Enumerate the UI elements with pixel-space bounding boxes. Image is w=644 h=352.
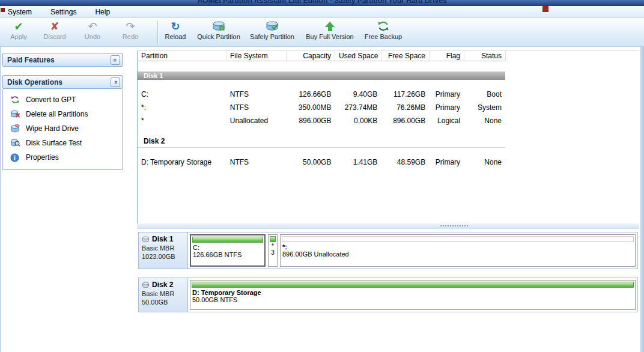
partition-info: 896.00GB Unallocated (281, 250, 635, 258)
disk2-info-box[interactable]: Disk 2 Basic MBR 50.00GB (139, 278, 188, 312)
safely-partition-label: Safely Partition (250, 33, 294, 40)
column-header-status[interactable]: Status (464, 51, 506, 61)
table-cell: Logical (429, 117, 464, 125)
redo-button[interactable]: ↷ Redo (115, 20, 145, 45)
table-cell: Boot (464, 90, 505, 99)
menu-system[interactable]: System (2, 7, 37, 17)
apply-check-icon: ✔ (14, 21, 23, 32)
panel-splitter[interactable] (137, 223, 639, 229)
disk-operations-panel: Disk Operations » Convert to GPT (2, 75, 123, 170)
partition-block-system[interactable]: * 3 (268, 234, 278, 267)
free-backup-label: Free Backup (365, 33, 402, 40)
usage-bar (192, 237, 263, 243)
usage-bar (270, 236, 276, 242)
paid-features-title: Paid Features (7, 56, 55, 64)
column-header-file-system[interactable]: File System (226, 51, 287, 61)
table-cell: 48.59GB (381, 158, 429, 166)
undo-button[interactable]: ↶ Undo (77, 20, 108, 45)
table-cell: NTFS (226, 90, 287, 99)
menu-settings[interactable]: Settings (45, 7, 82, 17)
table-cell: 896.00GB (287, 117, 335, 125)
free-backup-sync-icon (377, 21, 389, 31)
table-cell: 76.26MB (381, 103, 429, 112)
chevron-double-up-icon: » (112, 80, 119, 83)
partition-block-unallocated[interactable]: *: 896.00GB Unallocated (280, 234, 636, 267)
table-row[interactable]: * Unallocated 896.00GB 0.00KB 896.00GB L… (138, 114, 505, 127)
table-cell: NTFS (226, 103, 287, 112)
partition-label: D: Temporary Storage (190, 288, 635, 296)
redo-arrow-icon: ↷ (126, 21, 135, 32)
sidebar: Paid Features » Disk Operations » (1, 47, 137, 352)
table-cell: 50.00GB (287, 158, 335, 166)
discard-x-icon: ✘ (50, 21, 59, 32)
partition-label: *: (281, 243, 635, 250)
disk1-size: 1023.00GB (142, 253, 184, 260)
apply-label: Apply (10, 33, 27, 40)
disk-operations-header[interactable]: Disk Operations » (2, 75, 123, 89)
discard-button[interactable]: ✘ Discard (37, 20, 72, 45)
table-row[interactable]: *: NTFS 350.00MB 273.74MB 76.26MB Primar… (138, 101, 505, 114)
wipe-drive-icon (10, 124, 21, 133)
reload-icon: ↻ (171, 21, 180, 32)
reload-button[interactable]: ↻ Reload (161, 20, 190, 45)
disk1-info-box[interactable]: Disk 1 Basic MBR 1023.00GB (139, 232, 188, 269)
expand-panel-button[interactable]: » (111, 55, 120, 65)
partition-block-d[interactable]: D: Temporary Storage 50.00GB NTFS (190, 280, 636, 310)
redo-label: Redo (123, 33, 138, 40)
partition-label: * (269, 243, 277, 249)
safely-partition-button[interactable]: Safely Partition (246, 20, 298, 45)
table-cell: 350.00MB (287, 103, 335, 112)
column-header-free-space[interactable]: Free Space (381, 51, 430, 61)
table-cell: Unallocated (226, 117, 287, 125)
column-header-capacity[interactable]: Capacity (287, 51, 335, 61)
sidebar-item-disk-surface-test[interactable]: Disk Surface Test (3, 136, 122, 150)
undo-label: Undo (85, 33, 100, 40)
disk2-type: Basic MBR (142, 290, 184, 297)
discard-label: Discard (43, 33, 65, 40)
disk1-name: Disk 1 (152, 235, 173, 243)
collapse-panel-button[interactable]: » (111, 77, 120, 87)
table-cell: Primary (429, 158, 464, 166)
undo-arrow-icon: ↶ (88, 21, 97, 32)
partition-label: C: (191, 243, 264, 251)
column-header-partition[interactable]: Partition (138, 51, 226, 61)
table-cell: 273.74MB (335, 103, 381, 112)
partition-block-c[interactable]: C: 126.66GB NTFS (190, 234, 266, 267)
window-title: AOMEI Partition Assistant Lite Edition -… (0, 0, 644, 6)
table-row[interactable]: C: NTFS 126.66GB 9.40GB 117.26GB Primary… (138, 88, 505, 101)
surface-test-icon (10, 139, 21, 148)
disk1-type: Basic MBR (142, 244, 184, 252)
disk1-partitions: C: 126.66GB NTFS * 3 *: 896.00GB Unalloc… (188, 232, 637, 269)
disk2-group-label[interactable]: Disk 2 (138, 136, 505, 148)
menu-help[interactable]: Help (90, 7, 115, 17)
disk1-group-bar[interactable]: Disk 1 (138, 71, 505, 80)
table-cell: C: (138, 90, 226, 99)
sidebar-item-delete-all-partitions[interactable]: Delete all Partitions (3, 107, 122, 121)
disk2-partitions: D: Temporary Storage 50.00GB NTFS (188, 278, 637, 312)
disk2-name: Disk 2 (152, 281, 173, 289)
properties-info-icon (10, 153, 21, 162)
table-cell: Primary (429, 90, 464, 99)
free-backup-button[interactable]: Free Backup (362, 20, 405, 45)
buy-full-version-button[interactable]: Buy Full Version (303, 20, 357, 45)
partition-info: 3 (269, 249, 277, 256)
usage-bar (192, 282, 634, 288)
paid-features-header[interactable]: Paid Features » (2, 53, 123, 67)
table-cell: 117.26GB (381, 90, 429, 99)
sidebar-item-properties[interactable]: Properties (3, 150, 122, 165)
sidebar-item-convert-to-gpt[interactable]: Convert to GPT (3, 93, 122, 107)
splitter-handle-icon (440, 225, 468, 226)
table-cell: 1.41GB (335, 158, 381, 166)
disk-icon (142, 236, 150, 243)
table-row[interactable]: D: Temporary Storage NTFS 50.00GB 1.41GB… (138, 156, 505, 169)
disk-operations-body: Convert to GPT Delete all Partitions (2, 89, 123, 170)
sidebar-item-wipe-hard-drive[interactable]: Wipe Hard Drive (3, 121, 122, 136)
safely-partition-disk-icon (266, 21, 279, 31)
quick-partition-button[interactable]: Quick Partition (193, 20, 244, 45)
column-header-used-space[interactable]: Used Space (335, 51, 381, 61)
partition-info: 126.66GB NTFS (191, 251, 264, 258)
red-marker-icon (1, 8, 5, 12)
column-header-flag[interactable]: Flag (430, 51, 464, 61)
apply-button[interactable]: ✔ Apply (4, 20, 34, 45)
table-cell: * (138, 117, 226, 125)
